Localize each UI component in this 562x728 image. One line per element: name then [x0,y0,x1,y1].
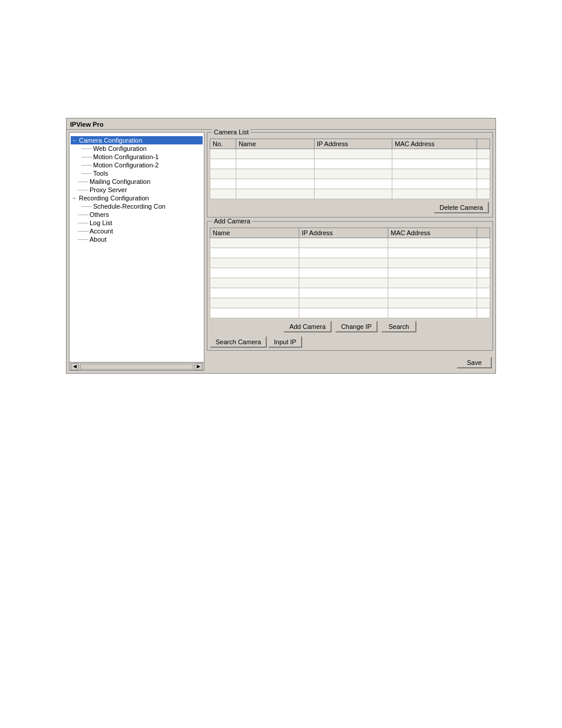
others-label: Others [90,211,109,218]
tree-scrollbar: ◀ ▶ [70,362,204,370]
sidebar-item-motion-config-2[interactable]: —— Motion Configuration-2 [71,161,203,169]
sidebar-item-about[interactable]: —— About [71,235,203,243]
app-window: IPView Pro − Camera Configuration —— [66,118,496,374]
sidebar-item-motion-config-1[interactable]: —— Motion Configuration-1 [71,153,203,161]
app-title-bar: IPView Pro [67,118,495,130]
app-content: − Camera Configuration —— Web Configurat… [67,130,495,373]
add-camera-row [210,298,490,308]
scroll-thumb[interactable] [80,364,193,370]
scroll-right-button[interactable]: ▶ [194,363,203,370]
save-button[interactable]: Save [457,357,492,368]
schedule-recording-label: Schedule-Recording Con [93,203,166,210]
sidebar-item-proxy-server[interactable]: —— Proxy Server [71,186,203,194]
log-list-label: Log List [90,219,113,226]
sidebar-item-web-configuration[interactable]: —— Web Configuration [71,144,203,153]
col-extra [477,139,490,149]
account-label: Account [90,228,113,235]
web-config-label: Web Configuration [93,145,147,152]
sidebar-item-mailing-configuration[interactable]: —— Mailing Configuration [71,177,203,186]
tab-search-camera[interactable]: Search Camera [210,336,267,348]
camera-list-row [210,149,490,159]
camera-list-row [210,159,490,169]
tools-label: Tools [93,170,108,177]
motion-config-1-label: Motion Configuration-1 [93,153,158,160]
tab-input-ip[interactable]: Input IP [268,336,302,348]
add-camera-row [210,248,490,258]
add-camera-title: Add Camera [212,218,252,225]
col-mac-address: MAC Address [392,139,477,149]
add-camera-row [210,288,490,298]
camera-list-row [210,179,490,189]
add-camera-row [210,278,490,288]
delete-camera-button[interactable]: Delete Camera [434,202,489,213]
right-panel: Camera List No. Name IP Address MAC Addr… [207,132,493,371]
sidebar-item-account[interactable]: —— Account [71,227,203,235]
camera-list-row [210,189,490,199]
camera-list-group: Camera List No. Name IP Address MAC Addr… [207,132,493,218]
camera-list-title: Camera List [212,129,250,136]
add-camera-row [210,268,490,278]
tab-row: Search Camera Input IP [210,336,490,348]
sidebar-item-others[interactable]: —— Others [71,210,203,219]
add-camera-group: Add Camera Name IP Address MAC Address [207,221,493,351]
sidebar-item-tools[interactable]: —— Tools [71,169,203,177]
sidebar-item-camera-configuration[interactable]: − Camera Configuration [71,136,203,144]
expander-recording-config: − [71,195,78,201]
col-name: Name [236,139,315,149]
app-title: IPView Pro [70,121,104,128]
recording-config-label: Recording Configuration [79,195,149,202]
camera-config-label: Camera Configuration [79,137,143,144]
add-camera-action-row: Add Camera Change IP Search [210,318,490,334]
sidebar-item-recording-configuration[interactable]: − Recording Configuration [71,194,203,202]
sidebar-item-schedule-recording[interactable]: —— Schedule-Recording Con [71,202,203,210]
camera-list-row [210,169,490,179]
add-col-ip: IP Address [299,228,388,238]
search-button[interactable]: Search [381,321,416,332]
sidebar-item-log-list[interactable]: —— Log List [71,219,203,227]
tree-content: − Camera Configuration —— Web Configurat… [70,133,204,362]
add-camera-row [210,308,490,318]
expander-camera-config: − [71,137,78,143]
col-no: No. [210,139,236,149]
camera-list-button-row: Delete Camera [210,199,490,215]
add-col-extra [477,228,490,238]
change-ip-button[interactable]: Change IP [335,321,378,332]
add-camera-table: Name IP Address MAC Address [210,228,490,318]
proxy-server-label: Proxy Server [90,186,127,193]
motion-config-2-label: Motion Configuration-2 [93,162,158,169]
about-label: About [90,236,107,243]
tree-panel: − Camera Configuration —— Web Configurat… [69,132,204,371]
add-col-mac: MAC Address [388,228,477,238]
add-col-name: Name [210,228,299,238]
add-camera-button[interactable]: Add Camera [283,321,332,332]
add-camera-row [210,258,490,268]
scroll-left-button[interactable]: ◀ [71,363,79,370]
camera-list-table: No. Name IP Address MAC Address [210,139,490,199]
col-ip-address: IP Address [314,139,392,149]
mailing-config-label: Mailing Configuration [90,178,150,185]
save-row: Save [207,354,493,371]
add-camera-row [210,238,490,248]
